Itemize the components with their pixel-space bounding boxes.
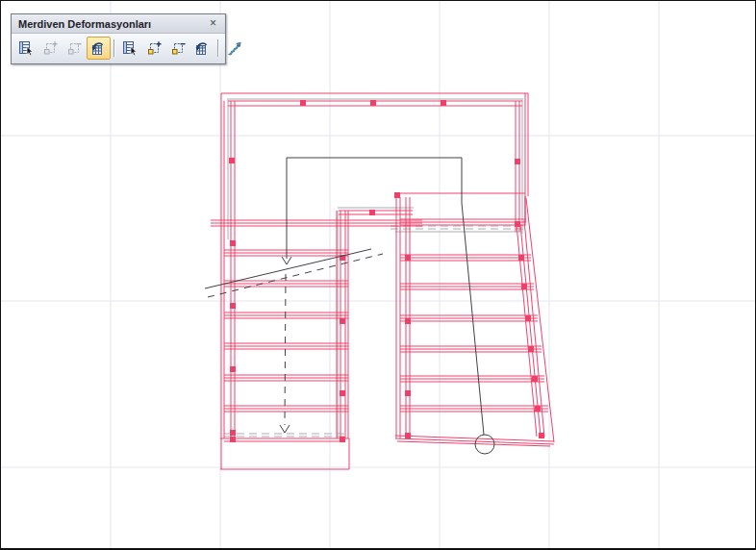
toolbar-separator bbox=[113, 39, 115, 57]
grid-lines bbox=[1, 1, 755, 548]
toolbar bbox=[12, 34, 225, 63]
drawing-canvas[interactable] bbox=[1, 1, 755, 548]
walk-lines bbox=[205, 158, 494, 454]
panel-titlebar[interactable]: Merdiven Deformasyonları × bbox=[12, 14, 225, 34]
toolbar-button-cell-add[interactable] bbox=[38, 37, 63, 60]
toolbar-button-table-rotate[interactable] bbox=[87, 37, 111, 60]
toolbar-separator bbox=[217, 39, 219, 57]
toolbar-button-cell-add[interactable] bbox=[142, 37, 166, 60]
panel-title: Merdiven Deformasyonları bbox=[18, 18, 206, 30]
close-icon[interactable]: × bbox=[206, 16, 220, 31]
toolbar-button-table-cursor[interactable] bbox=[14, 37, 38, 60]
toolbar-button-cell-remove[interactable] bbox=[166, 37, 190, 60]
stair-structure-red bbox=[211, 93, 554, 469]
toolbar-button-table-rotate[interactable] bbox=[190, 37, 214, 60]
app-window: Merdiven Deformasyonları × bbox=[0, 0, 756, 550]
toolbar-button-cell-remove[interactable] bbox=[63, 37, 87, 60]
floating-panel: Merdiven Deformasyonları × bbox=[11, 13, 226, 64]
shadow-lines bbox=[224, 99, 523, 438]
toolbar-button-table-cursor[interactable] bbox=[118, 37, 142, 60]
toolbar-button-stairs[interactable] bbox=[222, 37, 246, 60]
